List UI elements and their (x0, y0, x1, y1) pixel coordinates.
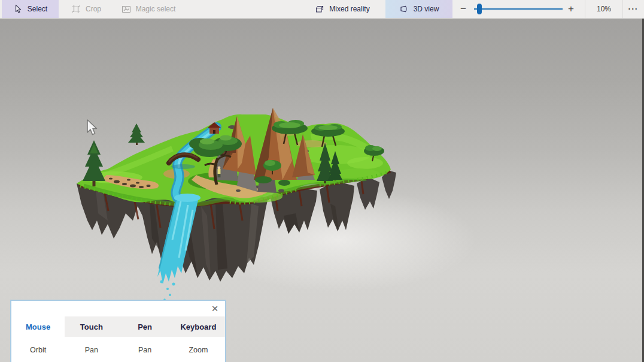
mouse-cursor (86, 119, 99, 137)
paint3d-window: Select Crop Magic select M (0, 0, 644, 362)
zoom-out-button[interactable]: − (455, 0, 472, 18)
action-orbit: Orbit (11, 337, 65, 362)
select-label: Select (28, 5, 47, 13)
tab-pen[interactable]: Pen (119, 316, 172, 337)
3d-view-icon (399, 4, 409, 14)
zoom-level-value: 10% (587, 0, 621, 18)
mixed-reality-label: Mixed reality (329, 5, 369, 13)
action-pan-pen: Pan (119, 337, 172, 362)
action-zoom-keyboard: Zoom (172, 337, 225, 362)
controls-help-dialog: × Mouse Touch Pen Keyboard Orbit Pan Pan… (10, 300, 226, 362)
tab-keyboard[interactable]: Keyboard (172, 316, 225, 337)
action-pan-touch: Pan (65, 337, 118, 362)
more-options-button[interactable]: ··· (624, 0, 643, 18)
dialog-actions-row: Orbit Pan Pan Zoom (11, 337, 225, 362)
magic-select-button[interactable]: Magic select (115, 0, 182, 18)
zoom-slider-thumb[interactable] (477, 4, 482, 14)
dialog-header: × (11, 301, 225, 316)
tab-touch[interactable]: Touch (65, 316, 118, 337)
3d-view-label: 3D view (414, 5, 439, 13)
cursor-icon (13, 4, 23, 14)
close-icon[interactable]: × (208, 302, 221, 315)
crop-icon (71, 4, 81, 14)
mixed-reality-icon (315, 4, 324, 14)
toolbar-separator (585, 0, 585, 18)
tab-mouse[interactable]: Mouse (11, 316, 65, 337)
crop-label: Crop (86, 5, 101, 13)
mixed-reality-button[interactable]: Mixed reality (312, 0, 373, 18)
3d-view-button[interactable]: 3D view (385, 0, 452, 18)
toolbar-separator (622, 0, 623, 18)
dialog-tabs: Mouse Touch Pen Keyboard (11, 316, 225, 337)
toolbar: Select Crop Magic select M (0, 0, 644, 19)
zoom-in-button[interactable]: + (563, 0, 579, 18)
zoom-slider-track (474, 8, 563, 10)
zoom-slider[interactable] (474, 0, 563, 18)
crop-button[interactable]: Crop (60, 0, 113, 18)
magic-select-icon (121, 4, 131, 14)
magic-select-label: Magic select (136, 5, 176, 13)
select-button[interactable]: Select (2, 0, 59, 18)
